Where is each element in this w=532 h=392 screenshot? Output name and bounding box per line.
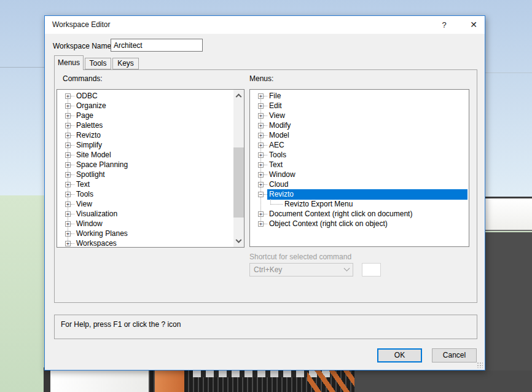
expand-plus-icon[interactable]: + (65, 221, 71, 227)
tree-item[interactable]: +Modify (250, 120, 467, 130)
tree-item-label[interactable]: AEC (267, 140, 286, 151)
expand-plus-icon[interactable]: + (258, 133, 264, 138)
tree-item-label[interactable]: Tools (267, 150, 288, 160)
tree-item[interactable]: +Revizto (57, 130, 233, 140)
commands-tree[interactable]: +ODBC+Organize+Page+Palettes+Revizto+Sim… (57, 89, 244, 248)
tree-item[interactable]: +Model (250, 130, 467, 140)
shortcut-modifier-dropdown[interactable]: Ctrl+Key (249, 263, 353, 276)
cancel-button[interactable]: Cancel (432, 348, 477, 363)
tree-item[interactable]: +Page (57, 111, 233, 120)
tree-item-label[interactable]: File (267, 91, 283, 101)
tab-tools[interactable]: Tools (85, 58, 111, 69)
tree-item[interactable]: +AEC (250, 140, 467, 150)
collapse-minus-icon[interactable]: − (258, 192, 264, 197)
tree-item-label[interactable]: Spotlight (74, 170, 107, 180)
tree-item[interactable]: +Cloud (250, 179, 467, 189)
tree-item-label[interactable]: View (74, 199, 94, 210)
resize-grip-icon[interactable] (477, 362, 483, 368)
expand-plus-icon[interactable]: + (65, 172, 71, 178)
title-bar[interactable]: Workspace Editor ? ✕ (45, 16, 485, 34)
tree-item[interactable]: +Site Model (57, 150, 233, 160)
tree-item-label[interactable]: View (267, 111, 287, 121)
scrollbar-thumb[interactable] (233, 147, 244, 218)
tree-item-label[interactable]: Space Planning (74, 160, 130, 170)
tree-item-label[interactable]: Revizto (267, 189, 467, 200)
expand-plus-icon[interactable]: + (65, 93, 71, 99)
expand-plus-icon[interactable]: + (258, 221, 264, 227)
scroll-down-icon[interactable] (233, 237, 244, 247)
tree-item[interactable]: +Tools (57, 189, 233, 199)
ok-button[interactable]: OK (377, 348, 422, 363)
tree-item[interactable]: +Palettes (57, 120, 233, 130)
expand-plus-icon[interactable]: + (258, 172, 264, 178)
tree-item-label[interactable]: Visualization (74, 209, 119, 219)
tree-item[interactable]: +Spotlight (57, 170, 233, 179)
expand-plus-icon[interactable]: + (65, 241, 71, 246)
tree-item[interactable]: +Simplify (57, 140, 233, 150)
tree-item-label[interactable]: Window (267, 170, 297, 180)
expand-plus-icon[interactable]: + (65, 182, 71, 187)
tree-item-label[interactable]: Simplify (74, 140, 104, 151)
tree-item-label[interactable]: Model (267, 130, 291, 141)
tree-item[interactable]: +Object Context (right click on object) (250, 219, 467, 229)
tree-item[interactable]: +Edit (250, 101, 467, 111)
tree-item[interactable]: −Revizto (250, 189, 467, 199)
expand-plus-icon[interactable]: + (65, 202, 71, 207)
commands-scrollbar[interactable] (233, 90, 244, 247)
expand-plus-icon[interactable]: + (65, 123, 71, 128)
expand-plus-icon[interactable]: + (258, 93, 264, 99)
tree-item-label[interactable]: Page (74, 111, 95, 121)
tree-item-label[interactable]: Document Context (right click on documen… (267, 209, 414, 219)
workspace-name-input[interactable] (111, 39, 203, 52)
tree-item[interactable]: +Text (250, 160, 467, 170)
tree-item[interactable]: +Visualization (57, 209, 233, 219)
tree-item[interactable]: +Space Planning (57, 160, 233, 170)
tree-item-label[interactable]: Working Planes (74, 229, 130, 239)
tree-item[interactable]: +View (57, 199, 233, 209)
tree-item[interactable]: Revizto Export Menu (250, 199, 467, 209)
tree-item[interactable]: +Workspaces (57, 238, 233, 248)
help-icon[interactable]: ? (434, 16, 454, 34)
tree-item-label[interactable]: Cloud (267, 179, 290, 190)
tree-item[interactable]: +Working Planes (57, 229, 233, 238)
expand-plus-icon[interactable]: + (65, 231, 71, 237)
expand-plus-icon[interactable]: + (258, 113, 264, 119)
tree-item-label[interactable]: Organize (74, 101, 108, 111)
tree-item[interactable]: +Text (57, 179, 233, 189)
tree-item[interactable]: +ODBC (57, 91, 233, 101)
expand-plus-icon[interactable]: + (258, 152, 264, 158)
tree-item[interactable]: +File (250, 91, 467, 101)
tab-keys[interactable]: Keys (112, 58, 139, 69)
expand-plus-icon[interactable]: + (65, 162, 71, 168)
expand-plus-icon[interactable]: + (65, 211, 71, 217)
expand-plus-icon[interactable]: + (65, 113, 71, 119)
tree-item[interactable]: +Window (250, 170, 467, 179)
scroll-up-icon[interactable] (233, 90, 244, 100)
tree-item-label[interactable]: Edit (267, 101, 284, 111)
expand-plus-icon[interactable]: + (65, 192, 71, 197)
shortcut-key-input[interactable] (362, 263, 381, 276)
tree-item-label[interactable]: Object Context (right click on object) (267, 219, 389, 229)
tree-item[interactable]: +View (250, 111, 467, 120)
expand-plus-icon[interactable]: + (65, 103, 71, 109)
tree-item[interactable]: +Window (57, 219, 233, 229)
expand-plus-icon[interactable]: + (258, 123, 264, 128)
tree-item[interactable]: +Document Context (right click on docume… (250, 209, 467, 219)
tree-item[interactable]: +Organize (57, 101, 233, 111)
close-icon[interactable]: ✕ (464, 16, 483, 34)
expand-plus-icon[interactable]: + (258, 143, 264, 148)
tree-item[interactable]: +Tools (250, 150, 467, 160)
expand-plus-icon[interactable]: + (65, 152, 71, 158)
tree-item-label[interactable]: Text (74, 179, 92, 190)
tree-item-label[interactable]: ODBC (74, 91, 100, 101)
expand-plus-icon[interactable]: + (258, 103, 264, 109)
tree-item-label[interactable]: Window (74, 219, 104, 229)
tree-item-label[interactable]: Revizto (74, 130, 103, 141)
expand-plus-icon[interactable]: + (65, 143, 71, 148)
expand-plus-icon[interactable]: + (258, 211, 264, 217)
expand-plus-icon[interactable]: + (258, 182, 264, 187)
tree-item-label[interactable]: Site Model (74, 150, 113, 160)
tree-item-label[interactable]: Revizto Export Menu (283, 199, 354, 210)
tab-menus[interactable]: Menus (54, 55, 84, 70)
tree-item-label[interactable]: Palettes (74, 120, 104, 131)
